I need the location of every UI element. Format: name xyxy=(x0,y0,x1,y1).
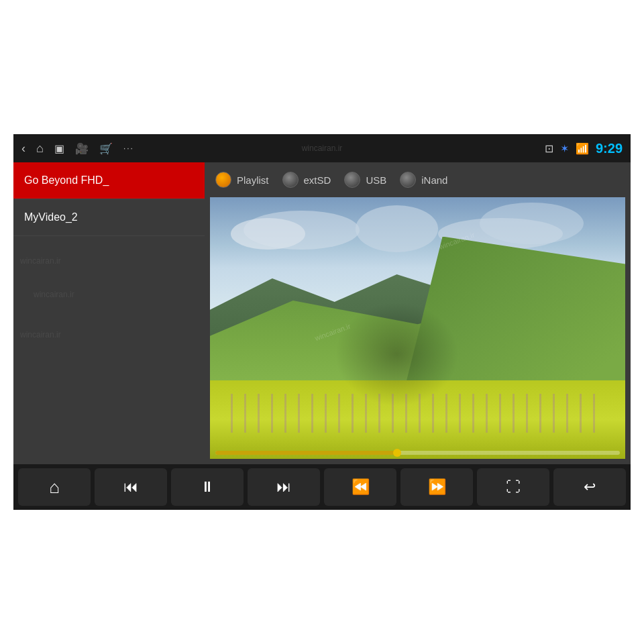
tab-dot-playlist xyxy=(215,172,231,188)
playlist-sidebar: Go Beyond FHD_ MyVideo_2 wincairan.ir wi… xyxy=(13,162,205,464)
tab-inand-label: iNand xyxy=(421,174,447,186)
tab-extsd[interactable]: extSD xyxy=(282,172,331,188)
tab-extsd-label: extSD xyxy=(304,174,331,186)
valley-shadow xyxy=(335,302,460,407)
fastforward-button[interactable]: ⏩ xyxy=(400,468,473,506)
camera-icon[interactable]: 🎥 xyxy=(75,142,89,155)
home-button[interactable]: ⌂ xyxy=(18,468,91,506)
tab-dot-extsd xyxy=(282,172,299,188)
tab-dot-usb xyxy=(344,172,360,188)
cloud-2 xyxy=(244,211,360,250)
flowers xyxy=(231,394,604,433)
video-progress-bar[interactable] xyxy=(215,451,620,455)
landscape-scene xyxy=(210,197,625,459)
bluetooth-icon: ✶ xyxy=(560,142,569,155)
playlist-item-1[interactable]: Go Beyond FHD_ xyxy=(13,162,205,199)
sidebar-watermark-3: wincairan.ir xyxy=(20,330,61,339)
home-icon[interactable]: ⌂ xyxy=(36,142,44,156)
video-display: wincairan.ir wincairan.ir xyxy=(210,197,625,459)
video-progress-fill xyxy=(215,451,397,455)
right-panel: Playlist extSD USB iNand xyxy=(205,162,631,464)
cast-icon: ⊡ xyxy=(545,142,553,155)
tab-playlist[interactable]: Playlist xyxy=(215,172,269,188)
prev-button[interactable]: ⏮ xyxy=(95,468,167,506)
status-bar-left: ‹ ⌂ ▣ 🎥 🛒 ··· xyxy=(21,142,134,156)
back-button[interactable]: ↩ xyxy=(553,468,626,506)
wifi-icon: 📶 xyxy=(576,142,589,155)
source-tabs: Playlist extSD USB iNand xyxy=(205,162,631,197)
sidebar-watermark-2: wincairan.ir xyxy=(34,290,74,299)
cloud-5 xyxy=(480,203,584,244)
video-container[interactable]: wincairan.ir wincairan.ir xyxy=(210,197,625,459)
statusbar-watermark: wincairan.ir xyxy=(302,144,343,153)
main-content: Go Beyond FHD_ MyVideo_2 wincairan.ir wi… xyxy=(13,162,631,464)
multiwindow-icon[interactable]: ▣ xyxy=(54,142,64,155)
control-bar: ⌂ ⏮ ⏸ ⏭ ⏪ ⏩ ⛶ ↩ xyxy=(13,464,631,510)
sidebar-watermark-1: wincairan.ir xyxy=(20,256,61,266)
time-display: 9:29 xyxy=(596,141,623,156)
tab-usb[interactable]: USB xyxy=(344,172,386,188)
status-bar: ‹ ⌂ ▣ 🎥 🛒 ··· wincairan.ir ⊡ ✶ 📶 9:29 xyxy=(13,134,631,162)
tab-inand[interactable]: iNand xyxy=(400,172,447,188)
next-button[interactable]: ⏭ xyxy=(248,468,320,506)
device-frame: ‹ ⌂ ▣ 🎥 🛒 ··· wincairan.ir ⊡ ✶ 📶 9:29 Go… xyxy=(13,134,631,510)
pause-button[interactable]: ⏸ xyxy=(171,468,244,506)
cloud-3 xyxy=(356,205,439,252)
tab-playlist-label: Playlist xyxy=(237,174,269,186)
dots-icon: ··· xyxy=(123,144,134,153)
tab-usb-label: USB xyxy=(366,174,386,186)
rewind-button[interactable]: ⏪ xyxy=(324,468,396,506)
fullscreen-button[interactable]: ⛶ xyxy=(477,468,549,506)
back-icon[interactable]: ‹ xyxy=(21,142,25,156)
tab-dot-inand xyxy=(400,172,416,188)
status-bar-right: ⊡ ✶ 📶 9:29 xyxy=(545,141,623,156)
bag-icon[interactable]: 🛒 xyxy=(99,142,113,155)
playlist-item-2[interactable]: MyVideo_2 xyxy=(13,199,205,236)
